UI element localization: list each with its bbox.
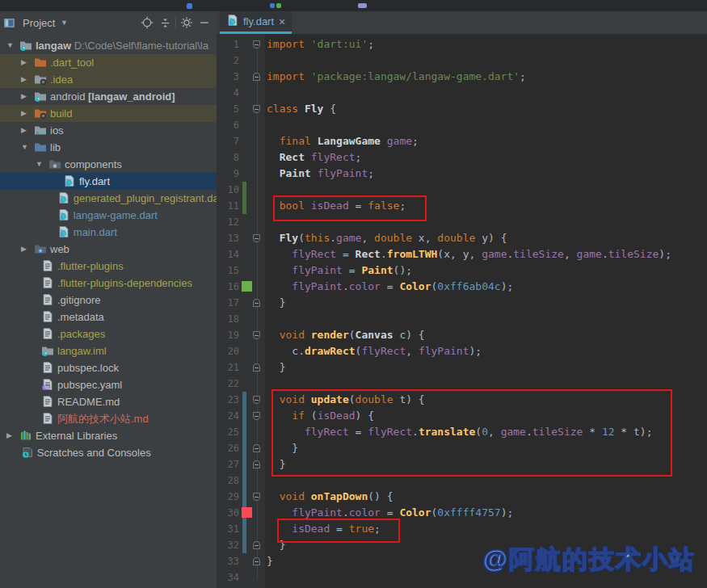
code-line-2[interactable]: 2 <box>217 52 707 69</box>
collapse-all-icon[interactable] <box>156 14 174 32</box>
fold-start-icon[interactable] <box>253 412 260 420</box>
tree-item--.md[interactable]: 阿航的技术小站.md <box>0 410 217 427</box>
code-line-4[interactable]: 4 <box>217 85 707 101</box>
chevron-collapsed-icon[interactable]: ▶ <box>21 71 27 88</box>
code-line-23[interactable]: 23 void update(double t) { <box>217 392 707 408</box>
fold-end-icon[interactable] <box>253 363 260 372</box>
fold-start-icon[interactable] <box>253 331 260 339</box>
code-line-19[interactable]: 19 void render(Canvas c) { <box>217 327 707 343</box>
code-line-24[interactable]: 24 if (isDead) { <box>217 408 707 424</box>
fold-end-icon[interactable] <box>253 460 260 468</box>
fold-end-icon[interactable] <box>253 444 260 452</box>
line-number: 13 <box>218 230 239 246</box>
code-line-29[interactable]: 29 void onTapDown() { <box>217 489 707 505</box>
tree-item-generated_plugin_registrant.dart[interactable]: generated_plugin_registrant.dart <box>0 190 217 207</box>
chevron-collapsed-icon[interactable]: ▶ <box>6 427 12 444</box>
tree-item-web[interactable]: ▶web <box>0 241 217 258</box>
color-preview-swatch[interactable] <box>242 507 252 518</box>
tree-item-pubspec.lock[interactable]: pubspec.lock <box>0 359 217 376</box>
tree-item-.packages[interactable]: .packages <box>0 326 217 342</box>
tab-fly-dart[interactable]: fly.dart × <box>220 11 292 34</box>
tree-item-components[interactable]: ▼components <box>0 156 217 173</box>
tree-item-langaw.iml[interactable]: langaw.iml <box>0 342 217 359</box>
close-icon[interactable]: × <box>279 16 285 27</box>
code-line-9[interactable]: 9 Paint flyPaint; <box>217 166 707 182</box>
header-separator <box>175 16 176 29</box>
code-line-16[interactable]: 16 flyPaint.color = Color(0xff6ab04c); <box>217 279 707 295</box>
tree-item-Scratches-and-Consoles[interactable]: Scratches and Consoles <box>0 444 217 461</box>
code-line-12[interactable]: 12 <box>217 214 707 230</box>
code-editor[interactable]: 1import 'dart:ui';23import 'package:lang… <box>217 34 707 588</box>
tree-item-lib[interactable]: ▼lib <box>0 139 217 156</box>
fold-start-icon[interactable] <box>253 40 260 48</box>
tree-item-fly.dart[interactable]: fly.dart <box>0 173 217 190</box>
fold-end-icon[interactable] <box>253 541 260 549</box>
fold-end-icon[interactable] <box>253 299 260 307</box>
code-line-22[interactable]: 22 <box>217 376 707 392</box>
minimize-icon[interactable] <box>196 14 213 32</box>
code-line-3[interactable]: 3import 'package:langaw/langaw-game.dart… <box>217 69 707 85</box>
tree-item-.idea[interactable]: ▶.idea <box>0 71 217 88</box>
chevron-expanded-icon[interactable]: ▼ <box>6 37 14 54</box>
code-line-6[interactable]: 6 <box>217 117 707 133</box>
code-line-21[interactable]: 21 } <box>217 359 707 376</box>
tree-item-label: generated_plugin_registrant.dart <box>74 190 217 207</box>
fold-end-icon[interactable] <box>253 557 260 565</box>
tree-item-.gitignore[interactable]: .gitignore <box>0 292 217 309</box>
folder-module-icon <box>19 39 32 52</box>
code-line-25[interactable]: 25 flyRect = flyRect.translate(0, game.t… <box>217 424 707 440</box>
fold-start-icon[interactable] <box>253 105 260 113</box>
code-line-7[interactable]: 7 final LangawGame game; <box>217 133 707 149</box>
fold-start-icon[interactable] <box>253 493 260 501</box>
code-line-26[interactable]: 26 } <box>217 440 707 456</box>
fold-end-icon[interactable] <box>253 73 260 81</box>
code-line-28[interactable]: 28 <box>217 472 707 489</box>
vcs-added-bar <box>242 182 246 198</box>
code-line-5[interactable]: 5class Fly { <box>217 101 707 117</box>
chevron-collapsed-icon[interactable]: ▶ <box>21 241 27 258</box>
tree-item-build[interactable]: ▶build <box>0 105 217 122</box>
fold-start-icon[interactable] <box>253 396 260 404</box>
code-line-1[interactable]: 1import 'dart:ui'; <box>217 36 707 52</box>
tree-item-langaw-game.dart[interactable]: langaw-game.dart <box>0 207 217 224</box>
dart-file-icon <box>226 14 239 30</box>
chevron-collapsed-icon[interactable]: ▶ <box>21 105 27 122</box>
tree-item-pubspec.yaml[interactable]: YMLpubspec.yaml <box>0 376 217 393</box>
tree-item-label: 阿航的技术小站.md <box>57 410 149 427</box>
tree-item-.flutter-plugins[interactable]: .flutter-plugins <box>0 258 217 275</box>
settings-icon[interactable] <box>178 14 196 32</box>
locate-icon[interactable] <box>138 14 156 32</box>
fold-start-icon[interactable] <box>253 234 260 242</box>
tree-item-.dart_tool[interactable]: ▶.dart_tool <box>0 54 217 71</box>
tree-item-.flutter-plugins-dependencies[interactable]: .flutter-plugins-dependencies <box>0 275 217 292</box>
color-preview-swatch[interactable] <box>242 281 252 292</box>
tree-item-External-Libraries[interactable]: ▶External Libraries <box>0 427 217 444</box>
code-line-31[interactable]: 31 isDead = true; <box>217 521 707 537</box>
code-line-13[interactable]: 13 Fly(this.game, double x, double y) { <box>217 230 707 246</box>
code-line-8[interactable]: 8 Rect flyRect; <box>217 149 707 166</box>
tree-item-ios[interactable]: ▶ios <box>0 122 217 139</box>
code-line-10[interactable]: 10 <box>217 182 707 198</box>
code-line-30[interactable]: 30 flyPaint.color = Color(0xffff4757); <box>217 505 707 521</box>
chevron-down-icon[interactable]: ▼ <box>55 14 73 32</box>
chevron-collapsed-icon[interactable]: ▶ <box>21 122 27 139</box>
chevron-expanded-icon[interactable]: ▼ <box>36 156 43 173</box>
chevron-collapsed-icon[interactable]: ▶ <box>21 54 27 71</box>
code-line-27[interactable]: 27 } <box>217 456 707 472</box>
code-line-17[interactable]: 17 } <box>217 295 707 311</box>
code-line-20[interactable]: 20 c.drawRect(flyRect, flyPaint); <box>217 343 707 359</box>
tree-item-android-[interactable]: ▶android [langaw_android] <box>0 88 217 105</box>
chevron-expanded-icon[interactable]: ▼ <box>21 139 28 156</box>
chevron-collapsed-icon[interactable]: ▶ <box>21 88 27 105</box>
line-number: 19 <box>218 327 239 343</box>
code-text: import 'package:langaw/langaw-game.dart'… <box>267 69 526 85</box>
tree-item-.metadata[interactable]: .metadata <box>0 309 217 326</box>
code-line-14[interactable]: 14 flyRect = Rect.fromLTWH(x, y, game.ti… <box>217 246 707 262</box>
tree-item-langaw[interactable]: ▼langaw D:\Code\Self\flame-tutorial\la <box>0 37 217 54</box>
tree-item-README.md[interactable]: README.md <box>0 393 217 410</box>
project-tree[interactable]: ▼langaw D:\Code\Self\flame-tutorial\la▶.… <box>0 34 217 588</box>
tree-item-main.dart[interactable]: main.dart <box>0 224 217 241</box>
code-line-18[interactable]: 18 <box>217 311 707 327</box>
code-line-11[interactable]: 11 bool isDead = false; <box>217 198 707 214</box>
code-line-15[interactable]: 15 flyPaint = Paint(); <box>217 262 707 279</box>
